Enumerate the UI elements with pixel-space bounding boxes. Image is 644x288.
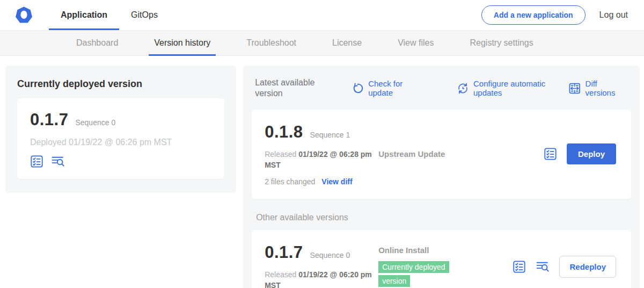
- view-diff-link[interactable]: View diff: [321, 177, 352, 186]
- config-checklist-icon[interactable]: [513, 260, 526, 273]
- other-version-info: 0.1.7 Sequence 0 Released 01/19/22 @ 06:…: [265, 243, 378, 288]
- other-version-sequence: Sequence 0: [310, 251, 350, 260]
- deployed-version-number: 0.1.7: [30, 110, 68, 129]
- deploy-button[interactable]: Deploy: [567, 143, 616, 164]
- subnav-view-files[interactable]: View files: [392, 31, 439, 55]
- files-changed-text: 2 files changed: [265, 177, 315, 186]
- subnav-version-history[interactable]: Version history: [149, 31, 216, 55]
- subnav-troubleshoot[interactable]: Troubleshoot: [241, 31, 302, 55]
- latest-available-title: Latest available version: [255, 77, 326, 99]
- check-for-update-label: Check for update: [368, 79, 425, 98]
- tab-gitops-label: GitOps: [131, 10, 158, 20]
- files-changed-row: 2 files changed View diff: [265, 177, 378, 186]
- deployed-timestamp: Deployed 01/19/22 @ 06:26 pm MST: [30, 138, 211, 147]
- currently-deployed-title: Currently deployed version: [17, 78, 224, 90]
- view-logs-icon[interactable]: [536, 260, 550, 273]
- latest-version-info: 0.1.8 Sequence 1 Released 01/19/22 @ 06:…: [265, 123, 378, 186]
- subnav-registry-settings[interactable]: Registry settings: [464, 31, 538, 55]
- currently-deployed-badge: Currently deployed version: [378, 261, 449, 287]
- released-label: Released: [265, 270, 298, 279]
- subnav-license[interactable]: License: [327, 31, 367, 55]
- available-versions-panel: Latest available version Check for updat…: [243, 66, 640, 288]
- subnav-view-files-label: View files: [398, 38, 434, 48]
- latest-released-line: Released 01/19/22 @ 06:28 pm MST: [265, 149, 372, 171]
- other-released-line: Released 01/19/22 @ 06:20 pm MST: [265, 269, 372, 288]
- deployed-version-sequence: Sequence 0: [75, 118, 115, 127]
- available-panel-actions: Check for update Configure automatic upd…: [326, 79, 627, 98]
- latest-version-source: Upstream Update: [378, 149, 544, 159]
- kots-logo-icon: [14, 5, 34, 25]
- diff-versions-label: Diff versions: [586, 79, 627, 98]
- currently-deployed-panel: Currently deployed version 0.1.7 Sequenc…: [5, 66, 236, 193]
- top-tab-bar: Application GitOps: [49, 0, 170, 30]
- subnav-troubleshoot-label: Troubleshoot: [246, 38, 296, 48]
- auto-update-clock-icon: [457, 82, 469, 95]
- upstream-update-label: Upstream Update: [378, 149, 544, 159]
- redeploy-button[interactable]: Redeploy: [559, 256, 616, 278]
- tab-application[interactable]: Application: [49, 0, 119, 30]
- main-content: Currently deployed version 0.1.7 Sequenc…: [0, 56, 644, 288]
- diff-versions-icon: [568, 82, 581, 95]
- other-version-source: Online Install Currently deployed versio…: [378, 246, 513, 287]
- latest-version-sequence: Sequence 1: [310, 131, 350, 139]
- add-new-application-button[interactable]: Add a new application: [481, 5, 586, 25]
- subnav-license-label: License: [332, 38, 362, 48]
- header-right: Add a new application Log out: [481, 5, 644, 25]
- config-checklist-icon[interactable]: [544, 147, 557, 161]
- latest-version-number: 0.1.8: [265, 123, 303, 142]
- other-version-number: 0.1.7: [265, 243, 303, 262]
- deployed-version-card: 0.1.7 Sequence 0 Deployed 01/19/22 @ 06:…: [17, 98, 224, 179]
- subnav-registry-settings-label: Registry settings: [470, 38, 533, 48]
- other-version-actions: Redeploy: [513, 256, 618, 278]
- latest-version-card: 0.1.8 Sequence 1 Released 01/19/22 @ 06:…: [252, 110, 631, 199]
- other-available-versions-title: Other available versions: [256, 213, 631, 222]
- app-logo[interactable]: [14, 5, 34, 25]
- top-header: Application GitOps Add a new application…: [0, 0, 644, 31]
- currently-deployed-badge-wrap: Currently deployed version: [378, 260, 467, 287]
- tab-gitops[interactable]: GitOps: [119, 0, 170, 30]
- app-subnav: Dashboard Version history Troubleshoot L…: [0, 31, 644, 56]
- available-panel-header: Latest available version Check for updat…: [252, 77, 631, 99]
- deployed-version-row: 0.1.7 Sequence 0: [30, 110, 211, 129]
- config-checklist-icon[interactable]: [30, 155, 43, 168]
- other-version-card: 0.1.7 Sequence 0 Released 01/19/22 @ 06:…: [252, 230, 631, 288]
- online-install-label: Online Install: [378, 246, 513, 255]
- view-logs-icon[interactable]: [51, 155, 65, 168]
- configure-automatic-updates-label: Configure automatic updates: [473, 79, 562, 98]
- deployed-card-actions: [30, 155, 211, 168]
- subnav-version-history-label: Version history: [154, 38, 210, 48]
- latest-version-actions: Deploy: [544, 143, 618, 164]
- tab-application-label: Application: [61, 10, 107, 20]
- refresh-icon: [352, 82, 364, 95]
- configure-automatic-updates-button[interactable]: Configure automatic updates: [457, 79, 568, 98]
- released-label: Released: [265, 150, 298, 159]
- subnav-dashboard[interactable]: Dashboard: [71, 31, 123, 55]
- diff-versions-button[interactable]: Diff versions: [568, 79, 627, 98]
- logout-link[interactable]: Log out: [599, 10, 628, 20]
- check-for-update-button[interactable]: Check for update: [352, 79, 428, 98]
- subnav-dashboard-label: Dashboard: [76, 38, 118, 48]
